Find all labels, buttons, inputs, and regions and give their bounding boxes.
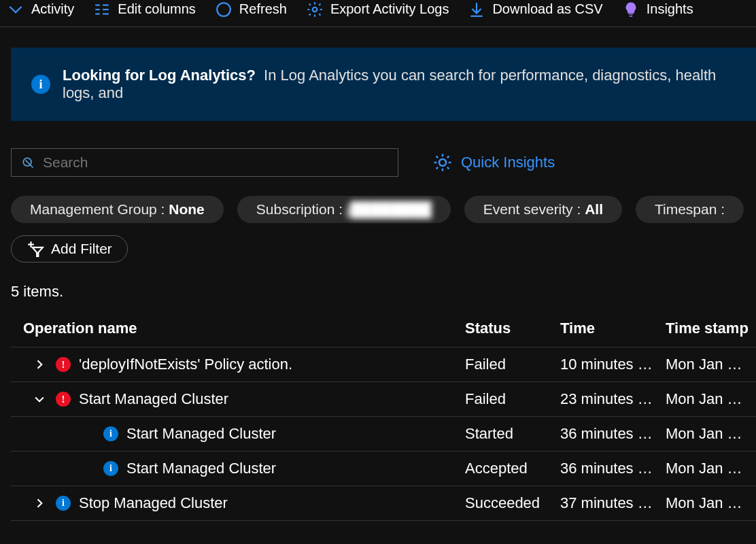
download-csv-button[interactable]: Download as CSV [468, 1, 602, 18]
search-input[interactable] [43, 154, 388, 171]
info-icon: i [56, 496, 71, 511]
operation-name: Start Managed Cluster [126, 425, 276, 443]
controls-row: Quick Insights [11, 148, 756, 177]
table-row[interactable]: iStart Managed ClusterAccepted36 minutes… [11, 452, 756, 486]
lightbulb-icon [622, 1, 640, 18]
operation-name: Stop Managed Cluster [79, 494, 228, 512]
download-icon [468, 1, 485, 18]
export-button[interactable]: Export Activity Logs [306, 1, 449, 18]
refresh-label: Refresh [239, 1, 287, 17]
col-timestamp[interactable]: Time stamp [666, 320, 756, 337]
grid-header: Operation name Status Time Time stamp [11, 313, 756, 347]
info-icon: i [31, 75, 50, 94]
operation-name: 'deployIfNotExists' Policy action. [79, 356, 292, 373]
operation-name: Start Managed Cluster [126, 460, 276, 477]
edit-columns-button[interactable]: Edit columns [93, 1, 196, 18]
banner-title: Looking for Log Analytics? [63, 67, 256, 84]
svg-point-7 [313, 7, 317, 12]
log-analytics-banner[interactable]: i Looking for Log Analytics? In Log Anal… [11, 48, 756, 121]
col-status[interactable]: Status [465, 320, 560, 337]
filters-row: Management Group : None Subscription : j… [11, 196, 756, 223]
refresh-button[interactable]: Refresh [215, 1, 287, 18]
add-filter-button[interactable]: Add Filter [11, 235, 128, 262]
status-cell: Started [465, 425, 560, 443]
timestamp-cell: Mon Jan 22 … [666, 494, 756, 512]
table-row[interactable]: !Start Managed ClusterFailed23 minutes …… [11, 382, 756, 417]
refresh-icon [215, 1, 233, 18]
time-cell: 37 minutes … [560, 494, 666, 512]
add-filter-icon [27, 240, 44, 258]
chevron-down-icon [7, 1, 24, 18]
status-cell: Accepted [465, 460, 560, 477]
svg-line-19 [436, 167, 439, 169]
toolbar: Activity Edit columns Refresh Export Act… [0, 0, 756, 27]
status-cell: Failed [465, 356, 560, 373]
filter-management-group[interactable]: Management Group : None [11, 196, 224, 223]
info-icon: i [103, 461, 118, 476]
insights-button[interactable]: Insights [622, 1, 693, 18]
error-icon: ! [56, 357, 71, 372]
idea-icon [432, 152, 453, 173]
svg-line-20 [447, 156, 449, 158]
chevron-right-icon[interactable] [31, 356, 48, 373]
svg-line-11 [26, 160, 33, 168]
col-operation[interactable]: Operation name [23, 320, 465, 337]
activity-grid: Operation name Status Time Time stamp !'… [11, 313, 756, 521]
download-label: Download as CSV [492, 1, 602, 17]
timestamp-cell: Mon Jan 22 … [666, 356, 756, 373]
chevron-right-icon[interactable] [31, 495, 48, 511]
error-icon: ! [56, 392, 71, 407]
filter-timespan[interactable]: Timespan : [636, 196, 744, 223]
svg-line-17 [436, 156, 439, 158]
gear-icon [306, 1, 324, 18]
quick-insights-link[interactable]: Quick Insights [432, 152, 555, 173]
table-row[interactable]: iStart Managed ClusterStarted36 minutes … [11, 417, 756, 452]
svg-point-6 [217, 3, 230, 16]
col-time[interactable]: Time [560, 320, 666, 337]
status-cell: Succeeded [465, 494, 560, 512]
insights-label: Insights [647, 1, 693, 17]
time-cell: 10 minutes … [560, 356, 666, 373]
info-icon: i [103, 426, 118, 441]
svg-line-18 [447, 167, 449, 169]
timestamp-cell: Mon Jan 22 … [666, 390, 756, 408]
quick-insights-label: Quick Insights [461, 154, 555, 171]
time-cell: 36 minutes … [560, 425, 666, 443]
export-label: Export Activity Logs [330, 1, 449, 17]
add-filter-label: Add Filter [51, 241, 112, 257]
table-row[interactable]: iStop Managed ClusterSucceeded37 minutes… [11, 486, 756, 521]
chevron-down-icon[interactable] [31, 391, 48, 407]
search-icon [21, 156, 35, 169]
table-row[interactable]: !'deployIfNotExists' Policy action.Faile… [11, 347, 756, 382]
operation-name: Start Managed Cluster [79, 390, 228, 408]
columns-icon [93, 1, 111, 18]
svg-marker-23 [33, 248, 43, 256]
time-cell: 23 minutes … [560, 390, 666, 408]
svg-point-12 [439, 159, 446, 166]
status-cell: Failed [465, 390, 560, 408]
search-box[interactable] [11, 148, 398, 177]
activity-dropdown[interactable]: Activity [7, 1, 74, 18]
timestamp-cell: Mon Jan 22 … [666, 460, 756, 477]
filter-event-severity[interactable]: Event severity : All [464, 196, 622, 223]
item-count: 5 items. [11, 283, 756, 301]
filter-subscription[interactable]: Subscription : j████████ [237, 196, 451, 223]
timestamp-cell: Mon Jan 22 … [666, 425, 756, 443]
edit-columns-label: Edit columns [118, 1, 196, 17]
activity-label: Activity [31, 1, 74, 17]
time-cell: 36 minutes … [560, 460, 666, 477]
